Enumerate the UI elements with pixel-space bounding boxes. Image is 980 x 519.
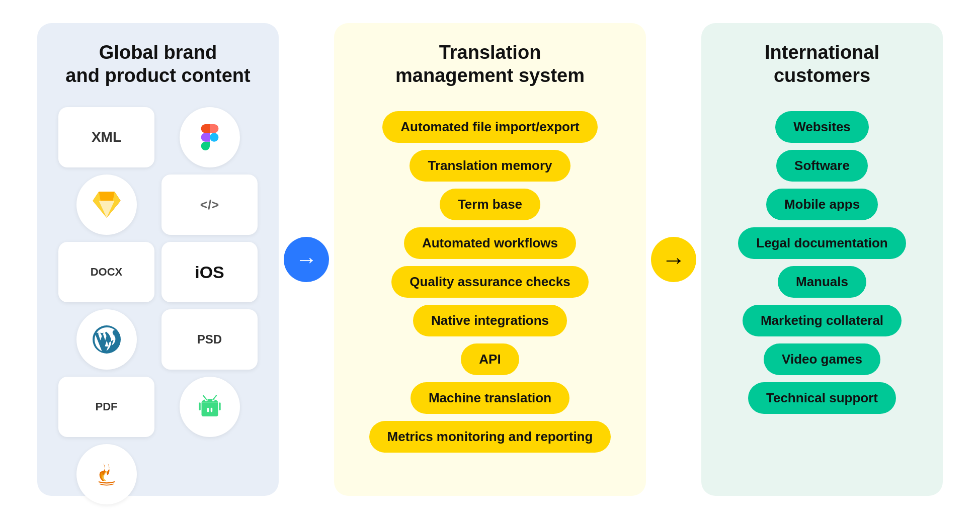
pill-websites: Websites	[775, 111, 869, 143]
left-panel: Global brandand product content XML	[37, 23, 279, 496]
psd-icon: PSD	[197, 332, 222, 347]
svg-line-6	[213, 396, 216, 400]
right-arrow-connector: →	[646, 237, 701, 282]
svg-rect-1	[199, 403, 200, 411]
sketch-file	[76, 175, 137, 235]
blue-arrow: →	[284, 237, 329, 282]
pill-qa-checks: Quality assurance checks	[391, 266, 588, 298]
ios-icon: iOS	[195, 263, 224, 282]
psd-file: PSD	[161, 309, 258, 370]
pill-video-games: Video games	[764, 343, 880, 375]
java-file	[76, 444, 137, 504]
pill-software: Software	[776, 150, 868, 182]
right-panel-title: Internationalcustomers	[765, 41, 879, 87]
center-panel-title: Translationmanagement system	[395, 41, 585, 87]
ios-file: iOS	[161, 242, 258, 302]
center-panel: Translationmanagement system Automated f…	[334, 23, 646, 496]
wordpress-file	[76, 309, 137, 370]
docx-icon: DOCX	[91, 266, 123, 279]
customer-pills-list: Websites Software Mobile apps Legal docu…	[717, 111, 927, 414]
svg-line-5	[203, 396, 207, 400]
code-icon: </>	[200, 197, 219, 213]
figma-file	[180, 107, 240, 167]
code-file: </>	[161, 175, 258, 235]
tms-pills-list: Automated file import/export Translation…	[354, 111, 626, 453]
pill-legal-docs: Legal documentation	[738, 227, 906, 259]
pill-term-base: Term base	[440, 189, 540, 220]
svg-rect-7	[207, 408, 208, 412]
pdf-icon: PDF	[96, 400, 118, 413]
pill-marketing: Marketing collateral	[743, 305, 902, 336]
pdf-file: PDF	[58, 377, 154, 437]
left-panel-title: Global brandand product content	[65, 41, 250, 87]
pill-manuals: Manuals	[778, 266, 866, 298]
svg-rect-2	[219, 403, 220, 411]
diagram-container: Global brandand product content XML	[0, 0, 980, 519]
pill-machine-translation: Machine translation	[411, 382, 569, 414]
files-grid: XML	[53, 107, 263, 504]
xml-icon: XML	[92, 129, 121, 145]
pill-api: API	[461, 343, 519, 375]
pill-import-export: Automated file import/export	[382, 111, 597, 143]
pill-mobile-apps: Mobile apps	[766, 189, 878, 220]
pill-tech-support: Technical support	[748, 382, 896, 414]
yellow-arrow: →	[651, 237, 696, 282]
pill-translation-memory: Translation memory	[410, 150, 570, 182]
android-file	[180, 377, 240, 437]
pill-workflows: Automated workflows	[404, 227, 576, 259]
right-panel: Internationalcustomers Websites Software…	[701, 23, 943, 496]
svg-rect-8	[210, 408, 212, 412]
pill-metrics: Metrics monitoring and reporting	[369, 421, 611, 453]
xml-file: XML	[58, 107, 154, 167]
docx-file: DOCX	[58, 242, 154, 302]
left-arrow-connector: →	[279, 237, 334, 282]
pill-integrations: Native integrations	[413, 305, 567, 336]
